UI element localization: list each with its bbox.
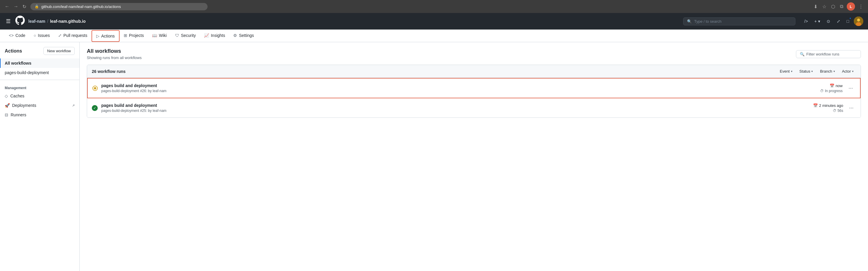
- bookmark-icon[interactable]: ☆: [821, 3, 828, 11]
- tab-settings-label: Settings: [239, 33, 254, 38]
- user-avatar[interactable]: [854, 17, 863, 26]
- caches-label: Caches: [10, 94, 24, 98]
- svg-point-1: [857, 19, 860, 22]
- tab-code[interactable]: <> Code: [5, 30, 30, 42]
- run-26-title[interactable]: pages build and deployment: [101, 83, 817, 88]
- search-icon: 🔍: [687, 19, 692, 24]
- filter-workflow-runs[interactable]: 🔍 Filter workflow runs: [796, 50, 861, 58]
- inbox-button[interactable]: □: [845, 18, 851, 25]
- tab-code-label: Code: [16, 33, 25, 38]
- event-filter-button[interactable]: Event ▾: [777, 68, 795, 75]
- run-25-time: 📅 2 minutes ago ⏱ 56s: [813, 103, 843, 113]
- pr-nav-icon: ⤢: [58, 33, 62, 38]
- tab-insights[interactable]: 📈 Insights: [200, 30, 229, 42]
- tab-pull-requests[interactable]: ⤢ Pull requests: [54, 30, 92, 42]
- run-25-title[interactable]: pages build and deployment: [101, 103, 810, 108]
- run-26-time: 📅 now ⏱ In progress: [820, 84, 843, 93]
- content-header: All workflows Showing runs from all work…: [87, 48, 861, 60]
- pull-requests-button[interactable]: ⤢: [835, 18, 842, 25]
- external-link-icon: ↗: [72, 103, 75, 108]
- run-25-status-icon: ✓: [92, 105, 98, 111]
- browser-user-avatar[interactable]: L: [847, 2, 855, 11]
- tab-issues-label: Issues: [38, 33, 50, 38]
- run-25-duration-text: 56s: [838, 109, 843, 113]
- security-nav-icon: 🛡: [175, 33, 179, 38]
- tab-settings[interactable]: ⚙ Settings: [229, 30, 258, 42]
- workflow-run-count: 26 workflow runs: [92, 69, 125, 74]
- main-content: Actions New workflow All workflows pages…: [0, 42, 868, 271]
- run-25-time-label: 📅 2 minutes ago: [813, 103, 843, 108]
- tab-projects[interactable]: ⊞ Projects: [120, 30, 148, 42]
- tab-wiki[interactable]: 📖 Wiki: [148, 30, 170, 42]
- forward-button[interactable]: →: [12, 3, 20, 10]
- wiki-nav-icon: 📖: [152, 33, 157, 38]
- split-view-icon[interactable]: ⧉: [839, 3, 844, 10]
- reload-button[interactable]: ↻: [21, 3, 27, 11]
- menu-button[interactable]: ☰: [5, 17, 12, 26]
- settings-nav-icon: ⚙: [233, 33, 237, 38]
- content-area: All workflows Showing runs from all work…: [80, 42, 868, 271]
- search-placeholder: Type / to search: [694, 19, 721, 24]
- new-workflow-button[interactable]: New workflow: [43, 47, 75, 55]
- content-title-group: All workflows Showing runs from all work…: [87, 48, 142, 60]
- run-25-more-button[interactable]: ···: [847, 103, 856, 112]
- management-section-label: Management: [0, 82, 80, 91]
- header-actions: /> + ▾ ⊙ ⤢ □: [802, 17, 863, 26]
- sidebar-item-caches[interactable]: ◇ Caches: [0, 91, 80, 101]
- run-25-info: pages build and deployment pages-build-d…: [101, 103, 810, 113]
- breadcrumb: leaf-nam / leaf-nam.github.io: [28, 19, 86, 24]
- sidebar-item-all-workflows[interactable]: All workflows: [0, 58, 80, 68]
- actor-filter-caret-icon: ▾: [852, 70, 854, 73]
- issues-button[interactable]: ⊙: [825, 18, 832, 25]
- download-icon[interactable]: ⬇: [812, 3, 819, 11]
- code-icon: <>: [9, 33, 13, 38]
- run-26-time-text: now: [836, 84, 843, 88]
- workflow-run-row-26: pages build and deployment pages-build-d…: [87, 78, 861, 98]
- lock-icon: 🔒: [35, 4, 39, 8]
- tab-security[interactable]: 🛡 Security: [171, 30, 200, 42]
- projects-nav-icon: ⊞: [124, 33, 127, 38]
- runners-label: Runners: [11, 113, 26, 117]
- cmd-palette-button[interactable]: />: [802, 18, 810, 25]
- caches-icon: ◇: [5, 94, 8, 98]
- global-search[interactable]: 🔍 Type / to search: [683, 18, 795, 25]
- actor-filter-button[interactable]: Actor ▾: [840, 68, 856, 75]
- run-25-calendar-icon: 📅: [813, 103, 818, 108]
- run-26-duration-text: In progress: [825, 89, 843, 93]
- runners-icon: ⊟: [5, 113, 8, 117]
- sidebar-divider: [0, 80, 80, 80]
- run-26-time-sub: ⏱ In progress: [820, 89, 843, 93]
- browser-more-icon[interactable]: ⋮: [857, 3, 864, 11]
- url-text: github.com/leaf-nam/leaf-nam.github.io/a…: [41, 4, 121, 9]
- create-button[interactable]: + ▾: [812, 18, 822, 25]
- notification-dot: [849, 17, 851, 20]
- event-filter-caret-icon: ▾: [791, 70, 793, 73]
- browser-chrome: ← → ↻ 🔒 github.com/leaf-nam/leaf-nam.git…: [0, 0, 868, 13]
- extensions-icon[interactable]: ⬡: [830, 3, 836, 11]
- sidebar: Actions New workflow All workflows pages…: [0, 42, 80, 271]
- tab-actions[interactable]: ▷ Actions: [92, 30, 120, 42]
- status-filter-caret-icon: ▾: [811, 70, 813, 73]
- sidebar-item-pages-build-deployment[interactable]: pages-build-deployment: [0, 68, 80, 77]
- breadcrumb-repo[interactable]: leaf-nam.github.io: [50, 19, 86, 24]
- run-25-subtitle: pages-build-deployment #25: by leaf-nam: [101, 109, 810, 113]
- filter-search-icon: 🔍: [800, 52, 805, 56]
- run-26-more-button[interactable]: ···: [846, 84, 855, 92]
- workflow-run-row-25: ✓ pages build and deployment pages-build…: [87, 98, 861, 118]
- tab-actions-label: Actions: [101, 34, 115, 38]
- back-button[interactable]: ←: [4, 3, 11, 10]
- run-25-time-text: 2 minutes ago: [819, 103, 843, 108]
- sidebar-item-runners[interactable]: ⊟ Runners: [0, 110, 80, 120]
- inbox-icon: □: [847, 19, 849, 24]
- tab-issues[interactable]: ○ Issues: [30, 30, 54, 42]
- branch-filter-button[interactable]: Branch ▾: [817, 68, 837, 75]
- actor-filter-label: Actor: [842, 69, 851, 73]
- tab-wiki-label: Wiki: [159, 33, 166, 38]
- run-26-time-label: 📅 now: [830, 84, 843, 88]
- status-filter-button[interactable]: Status ▾: [797, 68, 815, 75]
- breadcrumb-user[interactable]: leaf-nam: [28, 19, 45, 24]
- address-bar[interactable]: 🔒 github.com/leaf-nam/leaf-nam.github.io…: [30, 3, 208, 10]
- branch-filter-label: Branch: [820, 69, 832, 73]
- content-title: All workflows: [87, 48, 142, 54]
- sidebar-item-deployments[interactable]: 🚀 Deployments ↗: [0, 101, 80, 110]
